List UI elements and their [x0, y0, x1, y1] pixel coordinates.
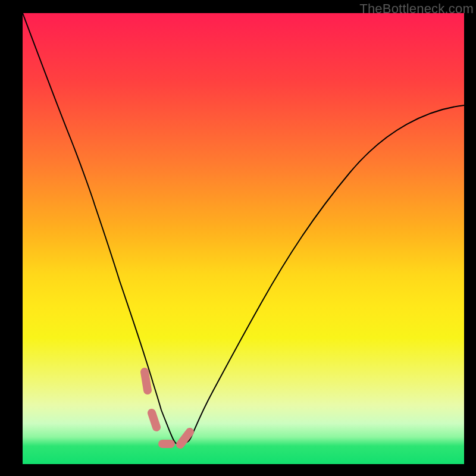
bottleneck-curve: [23, 13, 464, 444]
watermark-text: TheBottleneck.com: [359, 1, 474, 17]
marker-segment: [152, 413, 156, 427]
marker-segment: [180, 432, 190, 444]
marker-segment: [145, 372, 148, 390]
bottleneck-chart: [23, 13, 464, 464]
plot-area: [23, 13, 464, 464]
chart-frame: TheBottleneck.com: [0, 0, 476, 476]
bottom-marker: [145, 372, 190, 444]
